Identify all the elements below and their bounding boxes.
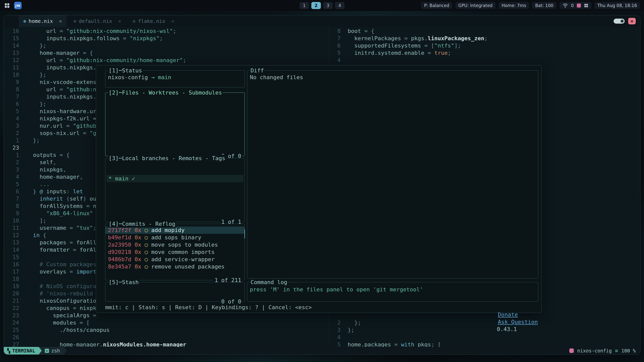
code-line: 24 modules = [ — [4, 319, 329, 326]
palette-icon[interactable] — [577, 4, 581, 8]
line-number: 25 — [4, 326, 33, 334]
lazygit-files-panel[interactable]: [2]─Files - Worktrees - Submodules 0 of … — [105, 93, 245, 156]
tab-flake-nix[interactable]: ❄flake.nix× — [128, 15, 179, 27]
line-number: 6 — [4, 188, 33, 195]
terminal-mode-icon: ▚ — [7, 348, 10, 353]
project-name: nixos-config — [577, 348, 612, 353]
line-number: 3 — [4, 166, 33, 173]
line-number: 11 — [4, 224, 33, 232]
commit-row[interactable]: d920218 0x ○ move common imports — [105, 248, 245, 256]
apps-grid-icon[interactable] — [4, 3, 10, 9]
commit-row[interactable]: 2a23950 0x ○ move sops to modules — [105, 241, 245, 248]
status-module: GPU: Integrated — [455, 2, 496, 9]
line-number: 14 — [4, 42, 33, 49]
status-module: Bat: 100 — [532, 2, 556, 9]
commits-scrollbar[interactable] — [244, 230, 245, 239]
donate-link[interactable]: Donate — [498, 311, 518, 318]
code-line: 16 url = "github:nix-community/nixos-wsl… — [4, 27, 329, 35]
shell-name: zsh — [51, 348, 60, 353]
line-number: 7 — [329, 35, 348, 42]
line-number: 12 — [4, 57, 33, 64]
code-line: 6 supportedFilesystems = ["ntfs"]; — [329, 42, 640, 49]
statusbar-left: ▚ TERMINAL > zsh — [4, 347, 67, 354]
window-toggle[interactable] — [614, 19, 625, 24]
lazygit-branches-panel[interactable]: [3]─Local branches - Remotes - Tags * ma… — [105, 158, 245, 222]
line-number: 9 — [4, 210, 33, 217]
nix-file-icon: ❄ — [73, 19, 76, 24]
line-number: 4 — [329, 334, 348, 341]
line-number: 11 — [4, 64, 33, 71]
tray-count: 0 — [571, 3, 574, 8]
mode-label: TERMINAL — [12, 348, 35, 353]
line-number: 5 — [4, 108, 33, 115]
close-tab-icon[interactable]: × — [59, 18, 62, 24]
workspace-2[interactable]: 2 — [311, 2, 321, 9]
workspace-3[interactable]: 3 — [323, 2, 333, 9]
line-number: 1 — [4, 151, 33, 159]
window-close-button[interactable]: × — [628, 18, 636, 24]
statusbar-right: nixos-config ≡ 100 % — [569, 348, 640, 354]
nix-file-icon: ❄ — [133, 19, 136, 24]
topbar: JW 1234 P: BalancedGPU: IntegratedHome: … — [0, 0, 644, 11]
editor-content: 16 url = "github:nix-community/nixos-wsl… — [4, 27, 640, 347]
line-number: 8 — [4, 202, 33, 210]
line-number: 5 — [4, 180, 33, 188]
list-icon: ≡ — [615, 348, 618, 354]
lazygit-diff-panel[interactable]: Diff No changed files — [247, 70, 538, 279]
diff-content: No changed files — [247, 71, 538, 81]
line-number: 26 — [4, 334, 33, 341]
branches-panel-title: [3]─Local branches - Remotes - Tags — [108, 155, 226, 162]
line-number: 12 — [4, 232, 33, 239]
lazygit-status-panel[interactable]: [1]─Status nixos-config → main — [105, 70, 245, 87]
lazygit-keybindings: mmit: c | Stash: s | Reset: D | Keybindi… — [105, 304, 312, 311]
line-number: 17 — [4, 268, 33, 275]
line-number: 8 — [329, 27, 348, 35]
line-number: 20 — [4, 290, 33, 297]
repo-name: nixos-config — [108, 74, 148, 80]
statusbar: ▚ TERMINAL > zsh nixos-config ≡ 100 % — [4, 347, 640, 354]
launcher-icon[interactable]: JW — [14, 2, 22, 9]
line-number: 7 — [4, 93, 33, 100]
wifi-icon[interactable] — [562, 3, 568, 8]
line-number: 4 — [4, 173, 33, 180]
commits-panel-title: [4]─Commits - Reflog — [108, 220, 176, 228]
code-line: 5 initrd.systemd.enable = true; — [329, 49, 640, 57]
commit-row[interactable]: 2717f2f 0x ○ add mopidy — [105, 227, 245, 234]
status-panel-title: [1]─Status — [108, 67, 143, 74]
grid-tray-icon[interactable] — [584, 3, 588, 8]
workspace-1[interactable]: 1 — [300, 2, 309, 9]
shell-segment: > zsh — [39, 347, 64, 354]
tab-default-nix[interactable]: ❄default.nix× — [69, 15, 126, 27]
code-line: 15 inputs.nixpkgs.follows = "nixpkgs"; — [4, 35, 329, 42]
ask-question-link[interactable]: Ask Question — [498, 319, 538, 325]
close-tab-icon[interactable]: × — [118, 18, 121, 24]
lazygit-links: Donate Ask Question 0.43.1 — [460, 304, 538, 340]
lazygit-commits-panel[interactable]: [4]─Commits - Reflog 2717f2f 0x ○ add mo… — [105, 224, 245, 280]
clock: Thu Aug 08, 18:16 — [594, 2, 640, 9]
lazygit-stash-panel[interactable]: [5]─Stash 0 of 0 — [105, 282, 245, 302]
system-tray[interactable]: 0 — [559, 2, 591, 9]
tab-label: flake.nix — [138, 18, 165, 24]
powerline-separator — [64, 347, 67, 354]
files-panel-title: [2]─Files - Worktrees - Submodules — [108, 89, 223, 96]
workspace-4[interactable]: 4 — [335, 2, 345, 9]
line-number: 10 — [4, 217, 33, 224]
tab-home-nix[interactable]: ❄home.nix× — [19, 15, 66, 27]
commit-row[interactable]: 9486b7d 0x ○ add service-wrapper — [105, 256, 245, 263]
lazygit-command-log-panel[interactable]: Command log press 'M' in the files panel… — [247, 282, 538, 302]
line-number: 8 — [4, 86, 33, 93]
current-branch: → main — [151, 74, 171, 80]
line-number: 10 — [4, 71, 33, 78]
line-number: 7 — [4, 195, 33, 202]
branch-row[interactable]: * main ✓ — [106, 175, 244, 182]
line-number: 2 — [4, 129, 33, 137]
line-number: 18 — [4, 275, 33, 283]
code-line: 26 — [4, 334, 329, 341]
commit-row[interactable]: 8e345a7 0x ○ remove unused packages — [105, 263, 245, 270]
command-log-title: Command log — [250, 279, 288, 286]
code-line: 7 kernelPackages = pkgs.linuxPackages_ze… — [329, 35, 640, 42]
commit-row[interactable]: b49ef1d 0x ○ add sops binary — [105, 234, 245, 241]
shell-prompt-icon: > — [45, 349, 49, 353]
close-tab-icon[interactable]: × — [171, 18, 174, 24]
status-module: P: Balanced — [421, 2, 452, 9]
